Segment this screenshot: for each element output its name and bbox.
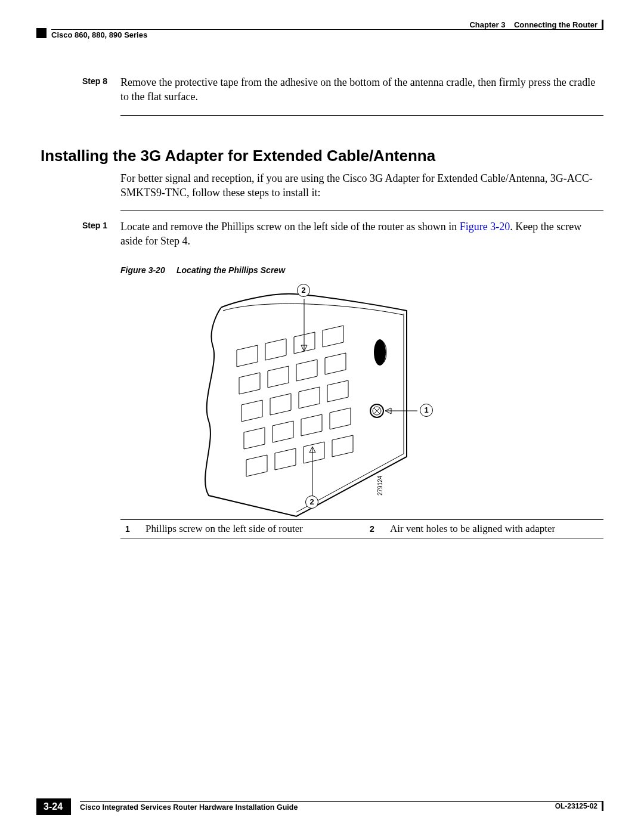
footer-doc-number: OL-23125-02 — [555, 801, 603, 812]
header-square-marker-icon — [36, 28, 47, 38]
header-section-title: Cisco 860, 880, 890 Series — [51, 30, 147, 39]
figure-number: Figure 3-20 — [120, 265, 177, 275]
figure-title: Locating the Phillips Screw — [177, 265, 285, 275]
figure-3-20-link[interactable]: Figure 3-20 — [460, 221, 510, 233]
step-8-label: Step 8 — [41, 75, 120, 104]
callout-2-bottom: 2 — [305, 496, 318, 509]
page-number: 3-24 — [36, 798, 71, 815]
page-header: Cisco 860, 880, 890 Series Chapter 3 Con… — [41, 18, 603, 42]
callout-num-1: 1 — [120, 519, 141, 538]
footer-guide-title: Cisco Integrated Services Router Hardwar… — [80, 803, 603, 812]
router-illustration — [180, 281, 436, 519]
section-heading: Installing the 3G Adapter for Extended C… — [41, 147, 603, 165]
figure-caption: Figure 3-20Locating the Phillips Screw — [120, 265, 603, 275]
step-1-text: Locate and remove the Phillips screw on … — [120, 219, 603, 249]
header-chapter-title: Connecting the Router — [514, 20, 597, 29]
callout-num-2: 2 — [365, 519, 385, 538]
page: Cisco 860, 880, 890 Series Chapter 3 Con… — [0, 0, 644, 833]
footer-rule — [80, 801, 603, 802]
header-chapter-label: Chapter 3 — [469, 20, 505, 29]
callout-desc-2: Air vent holes to be aligned with adapte… — [385, 519, 603, 538]
callout-table: 1 Phillips screw on the left side of rou… — [120, 519, 603, 538]
table-row: 1 Phillips screw on the left side of rou… — [120, 519, 603, 538]
intro-paragraph: For better signal and reception, if you … — [120, 171, 603, 200]
step-1-text-a: Locate and remove the Phillips screw on … — [120, 221, 460, 233]
header-vbar-icon — [602, 20, 603, 30]
callout-1: 1 — [420, 404, 433, 417]
header-chapter: Chapter 3 Connecting the Router — [469, 20, 603, 30]
page-footer: Cisco Integrated Services Router Hardwar… — [41, 801, 603, 812]
step-1-row: Step 1 Locate and remove the Phillips sc… — [41, 219, 603, 249]
content: Step 8 Remove the protective tape from t… — [41, 75, 603, 538]
step-8-text: Remove the protective tape from the adhe… — [120, 75, 603, 104]
footer-doc-number-text: OL-23125-02 — [555, 802, 597, 810]
callout-2-top: 2 — [297, 284, 310, 297]
figure-3-20: 2 1 2 279124 — [120, 281, 603, 519]
step-8-row: Step 8 Remove the protective tape from t… — [41, 75, 603, 104]
figure-part-number: 279124 — [377, 475, 383, 495]
rule-after-step8 — [120, 115, 603, 116]
footer-vbar-icon — [602, 801, 603, 811]
step-1-label: Step 1 — [41, 219, 120, 249]
rule-before-step1 — [120, 210, 603, 211]
callout-desc-1: Phillips screw on the left side of route… — [141, 519, 365, 538]
svg-point-0 — [374, 339, 386, 366]
